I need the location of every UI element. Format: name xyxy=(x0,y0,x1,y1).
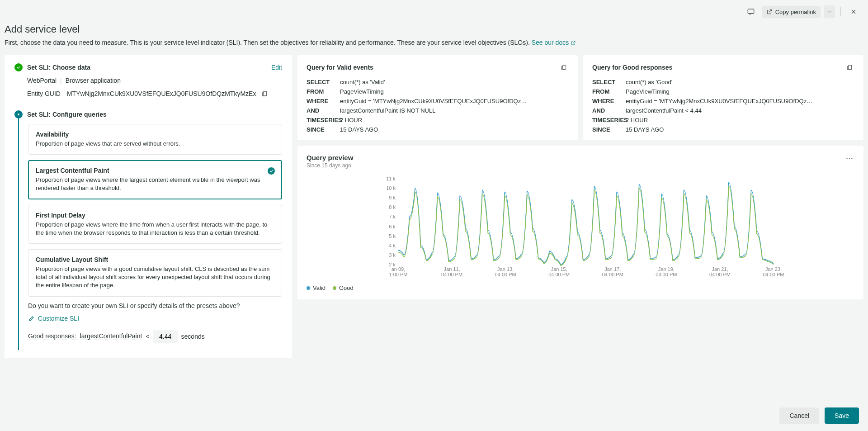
svg-text:Jan 19,: Jan 19, xyxy=(658,266,675,272)
svg-text:Jan 23,: Jan 23, xyxy=(765,266,782,272)
app-type: Browser application xyxy=(66,77,121,84)
option-desc: Proportion of page views where the time … xyxy=(36,221,274,237)
clipboard-icon xyxy=(261,90,268,97)
option-title: Cumulative Layout Shift xyxy=(36,256,274,263)
query-valid-title: Query for Valid events xyxy=(307,64,373,71)
svg-text:Jan 13,: Jan 13, xyxy=(497,266,514,272)
svg-point-6 xyxy=(851,158,853,160)
divider xyxy=(840,7,841,16)
svg-text:9 k: 9 k xyxy=(389,195,396,200)
option-title: First Input Delay xyxy=(36,212,274,219)
query-value: PageViewTiming xyxy=(626,88,854,95)
permalink-dropdown[interactable] xyxy=(824,5,835,18)
app-name: WebPortal xyxy=(27,77,57,84)
svg-text:Jan 11,: Jan 11, xyxy=(444,266,460,272)
query-key: SINCE xyxy=(307,126,340,133)
query-key: SELECT xyxy=(307,79,340,85)
ellipsis-icon xyxy=(846,158,853,160)
svg-text:04:00 PM: 04:00 PM xyxy=(709,272,731,277)
sli-option-cumulative-layout-shift[interactable]: Cumulative Layout Shift Proportion of pa… xyxy=(28,249,282,297)
page-title: Add service level xyxy=(5,24,859,35)
query-key: FROM xyxy=(592,88,626,95)
sli-option-first-input-delay[interactable]: First Input Delay Proportion of page vie… xyxy=(28,205,282,244)
metric-name: largestContentfulPaint xyxy=(80,332,142,340)
query-good-title: Query for Good responses xyxy=(592,64,672,71)
svg-rect-2 xyxy=(563,65,566,69)
query-value: 15 DAYS AGO xyxy=(340,126,569,133)
edit-step1-link[interactable]: Edit xyxy=(271,64,282,71)
chart-svg: 11 k10 k9 k8 k7 k6 k5 k4 k3 k2 kan 09,1:… xyxy=(307,176,854,280)
svg-text:04:00 PM: 04:00 PM xyxy=(548,272,570,277)
svg-point-5 xyxy=(849,158,850,160)
customize-icon xyxy=(28,315,35,322)
option-desc: Proportion of page views with a good cum… xyxy=(36,265,274,290)
preview-subtitle: Since 15 days ago xyxy=(307,162,353,169)
copy-permalink-label: Copy permalink xyxy=(775,9,816,15)
legend-valid: Valid xyxy=(307,284,326,291)
copy-valid-query-button[interactable] xyxy=(559,62,569,72)
external-link-icon xyxy=(766,9,773,15)
svg-text:7 k: 7 k xyxy=(389,214,396,219)
preview-title: Query preview xyxy=(307,154,353,161)
threshold-input[interactable] xyxy=(153,330,178,343)
query-key: TIMESERIES xyxy=(592,117,626,123)
query-value: entityGuid = 'MTYwNjg2MnxCUk9XU0VSfEFQUE… xyxy=(626,98,854,104)
svg-text:Jan 17,: Jan 17, xyxy=(604,266,621,272)
guid-value: MTYwNjg2MnxCUk9XU0VSfEFQUExJQ0FUSU9OfDQz… xyxy=(67,90,256,97)
clipboard-icon xyxy=(846,64,853,71)
query-value: largestContentfulPaint IS NOT NULL xyxy=(340,107,569,114)
external-link-icon xyxy=(571,40,576,46)
guid-label: Entity GUID xyxy=(27,90,61,97)
svg-text:Jan 15,: Jan 15, xyxy=(551,266,567,272)
svg-text:04:00 PM: 04:00 PM xyxy=(602,272,623,277)
step1-title: Set SLI: Choose data xyxy=(27,64,90,71)
query-key: TIMESERIES xyxy=(307,117,340,123)
svg-text:6 k: 6 k xyxy=(389,224,396,229)
option-title: Availability xyxy=(36,131,274,138)
svg-text:1:00 PM: 1:00 PM xyxy=(389,272,408,277)
svg-text:3 k: 3 k xyxy=(389,252,396,258)
svg-text:11 k: 11 k xyxy=(386,176,396,181)
chevron-down-icon xyxy=(827,9,832,14)
docs-link[interactable]: See our docs xyxy=(532,39,576,46)
svg-text:04:00 PM: 04:00 PM xyxy=(763,272,784,277)
sli-option-largest-contentful-paint[interactable]: Largest Contentful Paint Proportion of p… xyxy=(28,160,282,199)
query-value: entityGuid = 'MTYwNjg2MnxCUk9XU0VSfEFQUE… xyxy=(340,98,569,104)
left-panel: Set SLI: Choose data Edit WebPortal | Br… xyxy=(5,55,292,358)
page-description: First, choose the data you need to measu… xyxy=(5,39,859,46)
copy-guid-button[interactable] xyxy=(259,89,269,99)
svg-rect-3 xyxy=(849,65,852,69)
option-desc: Proportion of page views that are served… xyxy=(36,140,274,148)
close-button[interactable] xyxy=(846,5,861,19)
preview-card: Query preview Since 15 days ago 11 k10 k… xyxy=(297,146,863,299)
comment-icon[interactable] xyxy=(744,5,758,19)
option-desc: Proportion of page views where the large… xyxy=(36,176,274,192)
option-title: Largest Contentful Paint xyxy=(36,167,274,174)
query-key: SINCE xyxy=(592,126,626,133)
step-active-icon xyxy=(14,110,23,118)
close-icon xyxy=(850,8,857,15)
query-value: 2 HOUR xyxy=(626,117,854,123)
preview-menu-button[interactable] xyxy=(844,154,854,164)
svg-point-4 xyxy=(846,158,848,160)
query-good-card: Query for Good responses SELECTcount(*) … xyxy=(583,55,863,140)
sli-option-availability[interactable]: Availability Proportion of page views th… xyxy=(28,124,282,155)
svg-text:04:00 PM: 04:00 PM xyxy=(495,272,516,277)
query-value: count(*) as 'Valid' xyxy=(340,79,569,85)
legend-good: Good xyxy=(333,284,354,291)
query-key: FROM xyxy=(307,88,340,95)
svg-text:Jan 21,: Jan 21, xyxy=(712,266,728,272)
query-value: PageViewTiming xyxy=(340,88,569,95)
query-value: 15 DAYS AGO xyxy=(626,126,854,133)
copy-good-query-button[interactable] xyxy=(844,62,854,72)
copy-permalink-button[interactable]: Copy permalink xyxy=(762,6,821,18)
svg-text:10 k: 10 k xyxy=(386,185,396,191)
query-key: WHERE xyxy=(592,98,626,104)
customize-sli-link[interactable]: Customize SLI xyxy=(28,315,282,322)
svg-text:an 09,: an 09, xyxy=(392,266,406,272)
svg-rect-0 xyxy=(748,9,754,14)
svg-rect-1 xyxy=(264,91,267,95)
query-key: SELECT xyxy=(592,79,626,85)
query-value: count(*) as 'Good' xyxy=(626,79,854,85)
query-value: 2 HOUR xyxy=(340,117,569,123)
